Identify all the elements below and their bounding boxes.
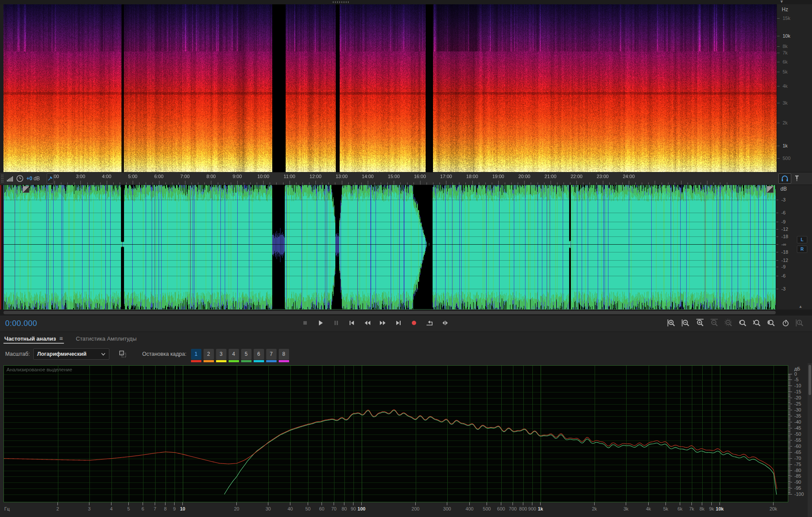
hold-color-bar [254, 360, 264, 362]
x-tick-label: 7 [153, 506, 156, 511]
db-tick [776, 244, 778, 245]
frequency-scale-panel[interactable]: Hz 15k10k8k7k6k5k4k3k2k1k500 [777, 4, 812, 172]
zoom-out-vertical-button[interactable] [680, 317, 691, 329]
zoom-out-horizontal-button[interactable] [709, 317, 720, 329]
loop-playback-button[interactable] [424, 317, 435, 329]
channel-badge-right[interactable]: R [797, 246, 807, 253]
y-tick-label: -30 [794, 407, 801, 412]
x-tick-label: 2k [592, 506, 597, 511]
panel-drag-handle[interactable] [333, 1, 349, 3]
y-tick-label: -70 [794, 456, 801, 461]
x-tick-label: 20k [770, 506, 777, 511]
timeline-label: 3:00 [76, 174, 85, 179]
spectrogram-display[interactable] [3, 4, 777, 172]
grip-icon[interactable] [1, 174, 4, 183]
db-tick-label: -6 [781, 273, 786, 278]
zoom-selection-button[interactable] [766, 317, 777, 329]
y-axis-unit: дБ [794, 366, 800, 371]
y-tick-label: -95 [794, 485, 801, 491]
hold-button-4[interactable]: 4 [229, 349, 239, 360]
amplitude-scale-title: dB [780, 186, 787, 192]
clock-icon[interactable] [16, 175, 24, 182]
hz-tick-label: 6k [783, 59, 788, 64]
db-tick-label: -18 [781, 249, 788, 255]
x-tick-label: 5 [127, 506, 130, 511]
x-tick-label: 100 [357, 506, 365, 511]
db-tick-label: -9 [781, 219, 786, 224]
y-tick-label: -25 [794, 401, 801, 406]
time-display[interactable]: 0:00.000 [5, 319, 37, 328]
y-tick-label: -65 [794, 450, 801, 455]
hold-button-1[interactable]: 1 [191, 349, 201, 360]
timeline-ruler[interactable]: 2:003:004:005:006:007:008:009:0010:0011:… [0, 172, 812, 185]
timeline-label: 14:00 [362, 174, 374, 179]
rewind-button[interactable] [362, 317, 373, 329]
hz-tick-label: 8k [783, 44, 788, 49]
left-gutter [0, 4, 3, 172]
play-button[interactable] [315, 317, 326, 329]
fast-forward-button[interactable] [377, 317, 388, 329]
zoom-full-button[interactable] [794, 317, 805, 329]
skip-selection-button[interactable] [439, 317, 451, 329]
hz-tick [777, 46, 780, 47]
tab-frequency-analysis[interactable]: Частотный анализ ≡ [3, 332, 64, 345]
hz-tick-label: 2k [783, 120, 788, 125]
hold-button-8[interactable]: 8 [279, 349, 289, 360]
amplitude-scale-panel[interactable]: dB -3-6-9-12-18-∞-18-12-9-6-3 L R ▲ [776, 185, 812, 310]
x-tick-label: 9k [709, 506, 714, 511]
record-button[interactable] [408, 317, 420, 329]
frequency-plot-canvas [4, 366, 788, 502]
monitor-headphones-button[interactable] [778, 173, 791, 184]
x-tick-label: 900 [528, 506, 536, 511]
timeline-label: 24:00 [623, 174, 635, 179]
scrollbar-thumb[interactable] [3, 311, 776, 314]
pause-button[interactable] [331, 317, 342, 329]
panel-menu-icon[interactable]: ≡ [59, 335, 63, 342]
zoom-in-vertical-button[interactable] [666, 317, 677, 329]
waveform-display[interactable] [3, 185, 776, 310]
hold-button-7[interactable]: 7 [266, 349, 277, 360]
skip-forward-button[interactable] [393, 317, 404, 329]
db-tick [776, 229, 778, 230]
hold-button-6[interactable]: 6 [254, 349, 264, 360]
hold-button-5[interactable]: 5 [241, 349, 252, 360]
skip-back-button[interactable] [346, 317, 357, 329]
level-meter-icon[interactable] [6, 175, 13, 182]
frequency-plot[interactable]: Анализированое выделение [3, 365, 788, 502]
gain-value[interactable]: +0 [26, 176, 32, 182]
scale-label: Масштаб: [5, 351, 30, 357]
zoom-in-point-button[interactable] [737, 317, 748, 329]
scroll-up-arrow[interactable]: ▲ [799, 304, 802, 309]
db-tick [776, 252, 778, 252]
db-tick-label: -∞ [781, 242, 787, 247]
zoom-out-point-button[interactable] [751, 317, 762, 329]
hz-tick-label: 5k [783, 69, 788, 74]
timeline-label: 4:00 [102, 174, 111, 179]
hz-tick-label: 15k [783, 16, 790, 21]
x-tick-label: 4 [110, 506, 112, 511]
hold-button-3[interactable]: 3 [216, 349, 226, 360]
db-tick-label: -12 [781, 258, 788, 263]
pin-playhead-button[interactable] [47, 173, 54, 184]
scrollbar-thumb[interactable] [809, 365, 811, 395]
fade-out-handle[interactable] [767, 186, 774, 193]
copy-snapshot-button[interactable] [119, 350, 127, 358]
waveform-section: dB -3-6-9-12-18-∞-18-12-9-6-3 L R ▲ [0, 185, 812, 310]
zoom-in-horizontal-button[interactable] [694, 317, 705, 329]
x-tick-label: 3 [88, 506, 90, 511]
x-tick-label: 3k [624, 506, 629, 511]
fade-in-handle[interactable] [22, 186, 29, 193]
gain-unit: dB [34, 176, 40, 182]
marker-pin-icon[interactable] [794, 175, 800, 182]
scale-select[interactable]: Логарифмический [33, 348, 109, 360]
zoom-out-full-button[interactable] [723, 317, 734, 329]
timeline-label: 15:00 [388, 174, 400, 179]
chevron-down-icon[interactable]: ▾ [780, 0, 783, 4]
restore-zoom-button[interactable] [780, 317, 791, 329]
tab-amplitude-statistics[interactable]: Статистика Амплитуды [75, 332, 137, 345]
hold-button-2[interactable]: 2 [204, 349, 214, 360]
stop-button[interactable] [299, 317, 311, 329]
channel-badge-left[interactable]: L [797, 236, 807, 243]
x-tick-label: 9 [173, 506, 175, 511]
hold-color-bar [279, 360, 289, 362]
